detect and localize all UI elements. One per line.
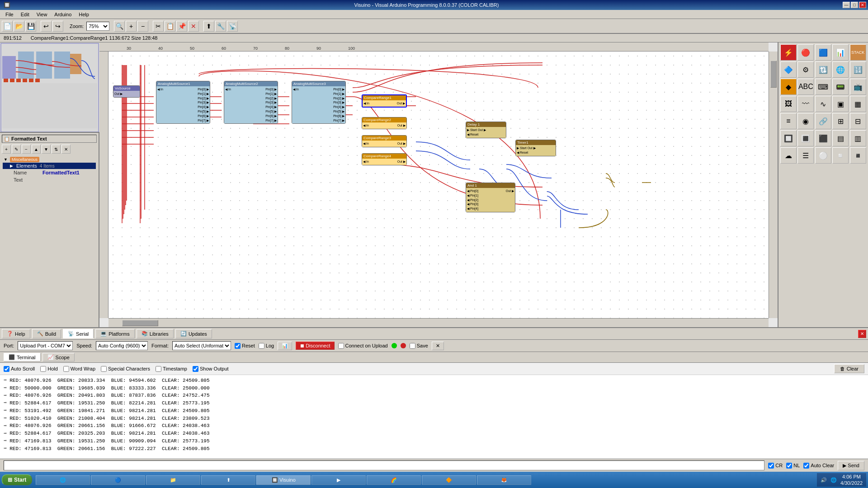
hold-check[interactable]: Hold — [40, 366, 58, 372]
format-select[interactable]: Auto Select (Unformatted... — [172, 341, 231, 350]
h-scroll-thumb[interactable] — [122, 320, 158, 326]
taskbar-ie[interactable]: 🔵 — [91, 475, 145, 485]
rp-icon-32[interactable]: ☰ — [797, 147, 814, 164]
rp-stack-icon[interactable]: STACK — [850, 44, 866, 61]
rp-icon-14[interactable]: 📟 — [832, 79, 849, 95]
tab-platforms[interactable]: 💻 Platforms — [95, 329, 134, 338]
upload-button[interactable]: ⬆ — [203, 21, 214, 32]
rp-icon-35[interactable]: ◾ — [850, 147, 866, 164]
paste-button[interactable]: 📌 — [176, 21, 187, 32]
component-analog3[interactable]: AnalogMultiSource3 ◀ In Pin[0] ▶ Pin[1] … — [292, 81, 346, 124]
rp-icon-11[interactable]: ◆ — [780, 79, 797, 95]
rp-icon-33[interactable]: ⚪ — [815, 147, 831, 164]
props-dn-btn[interactable]: ▼ — [42, 145, 51, 154]
props-del-btn[interactable]: − — [22, 145, 31, 154]
rp-icon-3[interactable]: 🟦 — [815, 44, 831, 61]
zoom-in-button[interactable]: + — [126, 21, 137, 32]
tab-build[interactable]: 🔨 Build — [32, 329, 61, 338]
rp-icon-1[interactable]: ⚡ — [780, 44, 797, 61]
rp-icon-10[interactable]: 🔢 — [850, 61, 866, 78]
show-output-check[interactable]: Show Output — [193, 366, 229, 372]
taskbar-files[interactable]: 📁 — [146, 475, 200, 485]
rp-icon-34[interactable]: ◽ — [832, 147, 849, 164]
open-button[interactable]: 📂 — [14, 21, 24, 32]
clear-button[interactable]: 🗑 Clear — [834, 364, 864, 373]
component-timer1[interactable]: Timer1 ▶ Start Out ▶ ◀ Reset — [515, 140, 556, 156]
compile-button[interactable]: 🔧 — [215, 21, 226, 32]
close-serial-btn[interactable]: ✕ — [432, 342, 444, 350]
delete-button[interactable]: ✕ — [188, 21, 199, 32]
rp-icon-17[interactable]: 〰 — [797, 96, 814, 112]
taskbar-media[interactable]: ▶ — [311, 475, 366, 485]
rp-icon-22[interactable]: ◉ — [797, 113, 814, 129]
maximize-button[interactable]: □ — [851, 2, 858, 8]
rp-icon-26[interactable]: 🔲 — [780, 130, 797, 146]
rp-icon-24[interactable]: ⊞ — [832, 113, 849, 129]
component-analog2[interactable]: AnalogMultiSource2 ◀ In Pin[0] ▶ Pin[1] … — [224, 81, 278, 124]
menu-arduino[interactable]: Arduino — [51, 11, 75, 18]
sub-tab-terminal[interactable]: ⬛ Terminal — [4, 353, 41, 361]
rp-icon-4[interactable]: 📊 — [832, 44, 849, 61]
rp-icon-9[interactable]: 🌐 — [832, 61, 849, 78]
menu-help[interactable]: Help — [75, 11, 93, 18]
tab-updates[interactable]: 🔄 Updates — [175, 329, 212, 338]
taskbar-vlc[interactable]: 🔶 — [422, 475, 476, 485]
canvas-viewport[interactable]: VoSource Out ▶ AnalogMultiSource1 ◀ In — [108, 52, 769, 318]
rp-icon-6[interactable]: 🔷 — [780, 61, 797, 78]
display-btn[interactable]: 📊 — [278, 342, 292, 350]
rp-icon-19[interactable]: ▣ — [832, 96, 849, 112]
speed-select[interactable]: Auto Config (9600) — [96, 341, 148, 350]
rp-icon-16[interactable]: 🖼 — [780, 96, 797, 112]
rp-icon-29[interactable]: ▤ — [832, 130, 849, 146]
zoom-fit-button[interactable]: 🔍 — [114, 21, 125, 32]
menu-view[interactable]: View — [33, 11, 51, 18]
log-check[interactable]: Log — [259, 343, 274, 349]
menu-edit[interactable]: Edit — [17, 11, 33, 18]
port-select[interactable]: Upload Port - COM7 — [18, 341, 73, 350]
taskbar-extra[interactable]: 🦊 — [477, 475, 531, 485]
copy-button[interactable]: 📋 — [165, 21, 175, 32]
props-edit-btn[interactable]: ✎ — [12, 145, 21, 154]
tab-serial[interactable]: 📡 Serial — [63, 329, 94, 338]
reset-check[interactable]: Reset — [235, 343, 255, 349]
connect-upload-check[interactable]: Connect on Upload — [338, 343, 388, 349]
component-delay1[interactable]: Delay 1 ▶ Start Out ▶ ◀ Reset — [466, 122, 506, 138]
horizontal-scrollbar[interactable] — [108, 318, 769, 327]
rp-icon-20[interactable]: ▦ — [850, 96, 866, 112]
props-sort-btn[interactable]: ⇅ — [52, 145, 61, 154]
rp-icon-28[interactable]: ⬛ — [815, 130, 831, 146]
props-close-btn[interactable]: ✕ — [61, 145, 71, 154]
rp-icon-27[interactable]: 🔳 — [797, 130, 814, 146]
cr-check[interactable]: CR — [768, 463, 783, 469]
taskbar-arduino[interactable]: ⬆ — [201, 475, 255, 485]
v-scroll-thumb[interactable] — [770, 61, 777, 88]
rp-icon-30[interactable]: ▥ — [850, 130, 866, 146]
bottom-close-button[interactable]: ✕ — [858, 330, 866, 338]
vertical-scrollbar[interactable] — [769, 52, 778, 318]
nl-check[interactable]: NL — [786, 463, 800, 469]
rp-icon-2[interactable]: 🔴 — [797, 44, 814, 61]
special-chars-check[interactable]: Special Characters — [101, 366, 150, 372]
component-comparerange3[interactable]: CompareRange3 ◀ In Out ▶ — [362, 135, 407, 147]
rp-icon-7[interactable]: ⚙ — [797, 61, 814, 78]
serial-input-field[interactable] — [4, 460, 764, 470]
timestamp-check[interactable]: Timestamp — [156, 366, 187, 372]
save-check[interactable]: Save — [410, 343, 428, 349]
rp-icon-8[interactable]: 🔃 — [815, 61, 831, 78]
undo-button[interactable]: ↩ — [41, 21, 52, 32]
props-add-btn[interactable]: + — [2, 145, 11, 154]
minimize-button[interactable]: — — [843, 2, 850, 8]
sub-tab-scope[interactable]: 📈 Scope — [42, 353, 75, 361]
component-comparerange2[interactable]: CompareRange2 ◀ In Out ▶ — [362, 117, 407, 129]
auto-scroll-check[interactable]: Auto Scroll — [4, 366, 35, 372]
props-elements-item[interactable]: ▶ Elements 4 Items — [3, 163, 96, 169]
zoom-out-button[interactable]: − — [137, 21, 148, 32]
rp-icon-25[interactable]: ⊟ — [850, 113, 866, 129]
taskbar-visuino[interactable]: 🔲 Visuino — [256, 475, 311, 485]
rp-icon-15[interactable]: 📺 — [850, 79, 866, 95]
rp-icon-18[interactable]: ∿ — [815, 96, 831, 112]
close-button[interactable]: ✕ — [859, 2, 866, 8]
rp-icon-31[interactable]: ☁ — [780, 147, 797, 164]
rp-icon-21[interactable]: ≡ — [780, 113, 797, 129]
tab-help[interactable]: ❓ Help — [2, 329, 30, 338]
